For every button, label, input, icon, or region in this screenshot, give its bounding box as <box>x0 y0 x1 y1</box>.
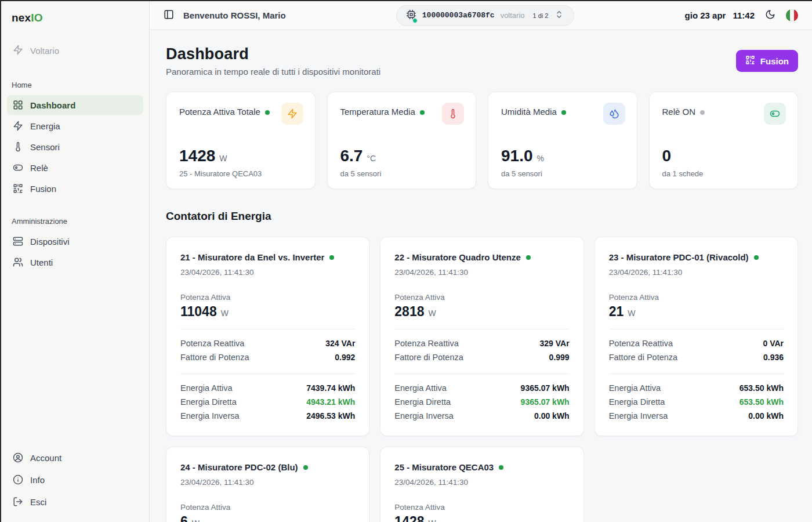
thermometer-icon <box>13 142 23 152</box>
meter-card-25-misuratore-qeca03: 25 - Misuratore QECA03 23/04/2026, 11:41… <box>380 447 583 522</box>
device-selector[interactable]: 100000003a6708fc voltario 1 di 2 <box>396 5 575 26</box>
active-power-value: 21 <box>609 304 624 320</box>
meter-detail-value: 7439.74 kWh <box>306 381 355 395</box>
stat-value: 91.0 <box>501 147 533 165</box>
divider <box>609 374 784 374</box>
dark-mode-toggle[interactable] <box>765 9 775 22</box>
page-title: Dashboard <box>166 45 380 63</box>
topbar-center: 100000003a6708fc voltario 1 di 2 <box>286 5 685 26</box>
meter-status-dot <box>303 465 308 470</box>
meter-detail-value: 4943.21 kWh <box>306 395 355 409</box>
meter-card-23-misuratore-pdc-01-rivacold: 23 - Misuratore PDC-01 (Rivacold) 23/04/… <box>594 237 798 436</box>
logo-prefix: nex <box>12 12 31 24</box>
sidebar-item-energia[interactable]: Energia <box>7 116 143 136</box>
chevrons-up-down-icon[interactable] <box>554 9 564 22</box>
divider <box>609 329 784 329</box>
sidebar-item-dispositivi[interactable]: Dispositivi <box>7 231 143 251</box>
divider <box>180 329 355 329</box>
meter-detail-label: Energia Attiva <box>609 381 661 395</box>
stat-unit: W <box>219 154 227 163</box>
sidebar-item-label: Energia <box>30 121 60 131</box>
status-dot <box>561 110 566 115</box>
sidebar-item-fusion[interactable]: Fusion <box>7 179 143 198</box>
meter-detail-value: 0 VAr <box>763 336 784 350</box>
server-icon <box>13 236 23 246</box>
sidebar-item-dashboard[interactable]: Dashboard <box>7 95 143 115</box>
meter-detail-label: Energia Diretta <box>609 395 665 409</box>
meter-card-21-misuratore-da-enel-vs-inverter: 21 - Misuratore da Enel vs. Inverter 23/… <box>166 237 369 436</box>
sidebar-item-info[interactable]: Info <box>7 470 143 490</box>
meter-detail-value: 2496.53 kWh <box>306 409 355 423</box>
qr-code-icon <box>13 183 23 194</box>
stat-caption: da 5 sensori <box>501 169 625 178</box>
meter-detail-row: Fattore di Potenza 0.999 <box>394 350 569 364</box>
meter-detail-label: Energia Diretta <box>180 395 237 409</box>
meter-detail-row: Potenza Reattiva 329 VAr <box>394 336 569 350</box>
sidebar-item-label: Dispositivi <box>30 237 70 246</box>
status-dot <box>420 110 425 115</box>
meter-detail-label: Fattore di Potenza <box>394 350 463 364</box>
toggle-icon <box>13 162 23 173</box>
meter-detail-row: Potenza Reattiva 324 VAr <box>180 336 355 350</box>
meter-detail-label: Energia Diretta <box>394 395 451 409</box>
meter-detail-label: Energia Inversa <box>180 409 240 423</box>
active-power-value: 1428 <box>394 514 424 522</box>
stat-card-umidit-media: Umidità Media 91.0 % da 5 sensori <box>488 92 637 189</box>
active-power-value: 6 <box>180 514 188 522</box>
meter-detail-row: Energia Inversa 0.00 kWh <box>609 409 784 423</box>
meter-timestamp: 23/04/2026, 11:41:30 <box>394 268 569 277</box>
stats-grid: Potenza Attiva Totale 1428 W 25 - Misura… <box>166 92 798 189</box>
meter-timestamp: 23/04/2026, 11:41:30 <box>609 268 784 277</box>
divider <box>394 329 569 329</box>
thermometer-icon <box>442 103 464 125</box>
stat-caption: 25 - Misuratore QECA03 <box>179 169 303 178</box>
meter-status-dot <box>754 255 759 260</box>
sidebar-item-rel[interactable]: Relè <box>7 158 143 177</box>
zap-icon <box>13 121 23 131</box>
active-power-label: Potenza Attiva <box>180 503 355 512</box>
zap-icon <box>13 45 23 57</box>
stat-card-potenza-attiva-totale: Potenza Attiva Totale 1428 W 25 - Misura… <box>166 92 316 189</box>
sidebar-item-label: Utenti <box>30 258 53 267</box>
meter-card-24-misuratore-pdc-02-blu: 24 - Misuratore PDC-02 (Blu) 23/04/2026,… <box>166 447 369 522</box>
welcome-message: Benvenuto ROSSI, Mario <box>183 10 286 20</box>
sidebar-section-label: Home <box>7 77 143 93</box>
stat-title: Relè ON <box>662 103 696 117</box>
sidebar-item-label: Account <box>30 453 61 463</box>
meters-grid: 21 - Misuratore da Enel vs. Inverter 23/… <box>166 237 798 522</box>
spacer <box>7 200 143 211</box>
meter-detail-value: 329 VAr <box>540 336 570 350</box>
sidebar-item-esci[interactable]: Esci <box>7 492 143 512</box>
active-power-label: Potenza Attiva <box>180 293 355 302</box>
workspace-selector-voltario[interactable]: Voltario <box>7 39 143 62</box>
meter-status-dot <box>329 255 334 260</box>
app-logo: nexIO <box>7 12 143 24</box>
date-label: gio 23 apr <box>685 10 726 20</box>
language-flag-italy[interactable] <box>786 9 798 21</box>
fusion-button[interactable]: Fusion <box>736 50 798 72</box>
meter-detail-row: Energia Attiva 7439.74 kWh <box>180 381 355 395</box>
meter-timestamp: 23/04/2026, 11:41:30 <box>180 478 355 487</box>
sidebar-item-account[interactable]: Account <box>7 448 143 467</box>
active-power-unit: W <box>429 519 436 522</box>
sidebar: nexIO Voltario Home Dashboard Energia Se… <box>1 1 150 522</box>
meter-timestamp: 23/04/2026, 11:41:30 <box>394 478 569 487</box>
meter-detail-label: Potenza Reattiva <box>394 336 458 350</box>
droplets-icon <box>603 103 625 125</box>
meter-detail-label: Fattore di Potenza <box>180 350 249 364</box>
circle-user-icon <box>13 452 23 463</box>
meter-detail-value: 0.992 <box>335 350 355 364</box>
page-subtitle: Panoramica in tempo reale di tutti i dis… <box>166 67 380 77</box>
sidebar-toggle-button[interactable] <box>164 9 174 22</box>
stat-caption: da 1 schede <box>662 169 786 178</box>
stat-card-temperatura-media: Temperatura Media 6.7 °C da 5 sensori <box>327 92 477 189</box>
status-dot <box>265 110 270 115</box>
device-id: 100000003a6708fc <box>422 11 495 20</box>
sidebar-item-label: Esci <box>30 497 46 507</box>
panel-left-icon <box>164 9 174 22</box>
meter-status-dot <box>499 465 503 470</box>
sidebar-item-utenti[interactable]: Utenti <box>7 252 143 272</box>
sidebar-item-sensori[interactable]: Sensori <box>7 137 143 157</box>
meter-detail-label: Potenza Reattiva <box>180 336 244 350</box>
device-online-dot <box>412 18 418 23</box>
